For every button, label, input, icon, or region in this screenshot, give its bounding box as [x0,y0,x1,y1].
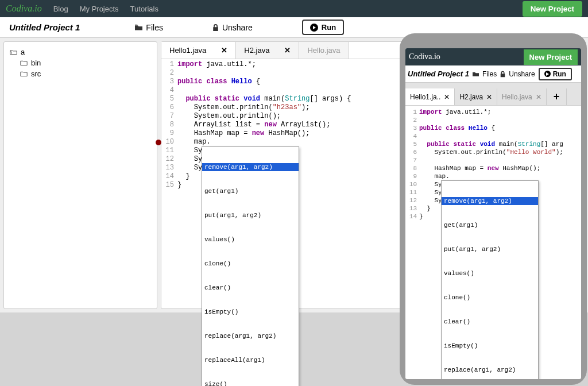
tab-hello1[interactable]: Hello1.java✕ [161,42,236,59]
mobile-toolbar: Untitled Project 1 Files Unshare Run [405,65,581,83]
autocomplete-item[interactable]: clone() [442,294,538,302]
mobile-topnav: Codiva.io New Project [405,48,581,65]
tree-root-label: a [21,48,25,56]
mobile-tab-h2[interactable]: H2.java✕ [455,88,497,105]
autocomplete-item[interactable]: put(arg1, arg2) [442,245,538,253]
autocomplete-item[interactable]: size() [202,380,299,386]
close-icon[interactable]: ✕ [284,46,291,55]
tab-label: Hello.java [307,46,340,55]
folder-open-icon [10,49,17,55]
close-icon[interactable]: ✕ [221,46,227,55]
autocomplete-item-selected[interactable]: remove(arg1, arg2) [202,163,299,171]
mobile-run-button[interactable]: Run [539,68,572,80]
run-label: Run [322,23,336,32]
autocomplete-item[interactable]: values() [442,269,538,277]
line-gutter: 123456789 10 1112131415 [161,60,177,308]
files-label: Files [146,23,163,32]
autocomplete-item[interactable]: replace(arg1, arg2) [442,366,538,374]
mobile-code-content[interactable]: import java.util.*; public class Hello {… [419,108,581,379]
mobile-tabs: Hello1.ja..✕ H2.java✕ Hello.java✕ + [405,88,581,106]
autocomplete-popup[interactable]: remove(arg1, arg2) get(arg1) put(arg1, a… [202,146,299,386]
folder-icon [135,24,142,30]
autocomplete-item[interactable]: clear() [442,318,538,326]
error-marker-icon [156,140,161,145]
mobile-project-title: Untitled Project 1 [408,70,469,78]
tree-label: src [31,70,41,78]
close-icon[interactable]: ✕ [536,93,541,101]
play-icon [544,71,551,77]
autocomplete-item[interactable]: get(arg1) [442,221,538,229]
mobile-tab-hello[interactable]: Hello.java✕ [497,88,547,105]
tree-label: bin [31,59,41,67]
run-button[interactable]: Run [302,20,344,35]
close-icon[interactable]: ✕ [486,93,492,101]
brand-logo[interactable]: Codiva.io [6,3,42,14]
nav-my-projects[interactable]: My Projects [80,5,119,13]
mobile-tab-hello1[interactable]: Hello1.ja..✕ [405,88,455,105]
lock-icon [500,71,505,78]
tab-hello[interactable]: Hello.java [299,42,349,59]
mobile-code-editor[interactable]: 12345678 9 1011121314 import java.util.*… [405,106,581,379]
autocomplete-item[interactable]: clone() [202,260,299,268]
run-label: Run [553,70,566,78]
mobile-unshare-label[interactable]: Unshare [509,70,535,78]
autocomplete-item-selected[interactable]: remove(arg1, arg2) [442,197,538,205]
mobile-files-label[interactable]: Files [482,70,497,78]
folder-icon [20,60,28,66]
mobile-preview: Codiva.io New Project Untitled Project 1… [400,33,587,385]
mobile-tab-add[interactable]: + [547,88,567,105]
close-icon[interactable]: ✕ [444,93,450,101]
autocomplete-item[interactable]: values() [202,236,299,244]
project-title: Untitled Project 1 [9,22,80,32]
tab-h2[interactable]: H2.java✕ [236,42,299,59]
tree-item-bin[interactable]: bin [10,57,151,68]
autocomplete-item[interactable]: put(arg1, arg2) [202,211,299,219]
unshare-label: Unshare [222,23,253,32]
tree-item-src[interactable]: src [10,68,151,79]
nav-blog[interactable]: Blog [53,5,68,13]
autocomplete-item[interactable]: get(arg1) [202,187,299,195]
autocomplete-item[interactable]: isEmpty() [202,308,299,316]
play-icon [310,24,318,32]
folder-icon [20,71,28,77]
new-project-button[interactable]: New Project [523,1,582,17]
mobile-new-project-button[interactable]: New Project [524,49,578,65]
nav-tutorials[interactable]: Tutorials [130,5,158,13]
autocomplete-item[interactable]: replace(arg1, arg2) [202,332,299,340]
files-button[interactable]: Files [135,23,163,32]
mobile-gutter: 12345678 9 1011121314 [405,108,419,379]
top-nav: Codiva.io Blog My Projects Tutorials New… [0,0,588,17]
tab-label: Hello1.java [169,46,206,55]
unshare-button[interactable]: Unshare [212,23,253,32]
file-tree: a bin src [3,41,157,309]
mobile-autocomplete-popup[interactable]: remove(arg1, arg2) get(arg1) put(arg1, a… [441,180,539,379]
autocomplete-item[interactable]: clear() [202,284,299,292]
tree-root[interactable]: a [10,47,151,57]
tab-label: H2.java [244,46,269,55]
autocomplete-item[interactable]: replaceAll(arg1) [202,356,299,364]
mobile-brand[interactable]: Codiva.io [409,52,440,61]
lock-icon [212,24,219,31]
folder-icon [473,71,479,77]
autocomplete-item[interactable]: isEmpty() [442,342,538,350]
